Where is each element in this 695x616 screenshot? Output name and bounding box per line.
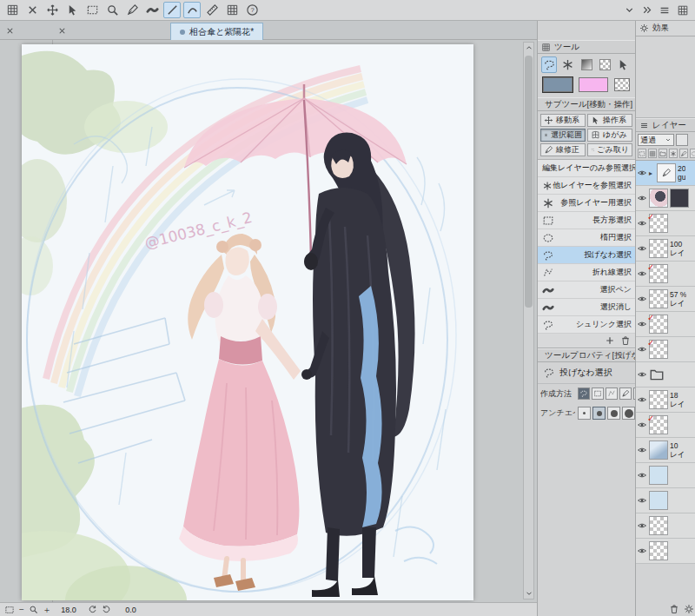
- tool-panel-header[interactable]: ツール: [538, 40, 635, 54]
- snap-ruler-icon[interactable]: [163, 2, 181, 18]
- lasso-tool-icon[interactable]: [541, 56, 557, 73]
- eye-icon[interactable]: [637, 294, 647, 304]
- layer-thumbnail[interactable]: [649, 189, 668, 208]
- eye-icon[interactable]: [637, 168, 647, 178]
- primary-color-swatch[interactable]: [543, 77, 573, 92]
- clip-layer-icon[interactable]: [659, 149, 667, 158]
- expand-dock-icon[interactable]: [641, 4, 652, 16]
- layer-row[interactable]: ▸20gu: [636, 161, 695, 186]
- subtool-category-button[interactable]: ごみ取り: [587, 143, 632, 156]
- layer-thumbnail[interactable]: [649, 440, 668, 460]
- scroll-up-icon[interactable]: [524, 43, 533, 53]
- layer-row[interactable]: ✓: [636, 211, 695, 236]
- subtool-item[interactable]: 投げなわ選択: [538, 247, 635, 264]
- layer-thumbnail[interactable]: [649, 491, 668, 510]
- layer-thumbnail[interactable]: [657, 163, 676, 182]
- subtool-category-button[interactable]: 操作系: [587, 114, 632, 127]
- subtool-item[interactable]: 他レイヤーを参照選択: [538, 177, 635, 195]
- layer-row[interactable]: [636, 539, 695, 564]
- close-view-icon[interactable]: [56, 24, 68, 36]
- subtool-category-button[interactable]: 線修正: [540, 143, 586, 156]
- scroll-down-icon[interactable]: [524, 588, 533, 599]
- pan-icon[interactable]: [43, 2, 61, 18]
- layer-mask-icon[interactable]: [690, 149, 695, 158]
- rotation-value[interactable]: 0.0: [116, 606, 136, 614]
- layer-row[interactable]: 18レイ: [636, 387, 695, 413]
- layer-row[interactable]: [636, 463, 695, 488]
- layer-row[interactable]: [636, 362, 695, 387]
- subtool-item[interactable]: 参照レイヤー用選択: [538, 195, 635, 212]
- lock-layer-icon[interactable]: [638, 149, 646, 158]
- close-dock-icon[interactable]: [3, 24, 16, 36]
- workspace-menu-icon[interactable]: [659, 4, 671, 17]
- layer-thumbnail[interactable]: [649, 516, 668, 535]
- add-subtool-icon[interactable]: [605, 335, 615, 346]
- vertical-scrollbar[interactable]: [523, 42, 534, 599]
- operation-icon[interactable]: [63, 2, 81, 18]
- help-icon[interactable]: [243, 2, 261, 18]
- brush-icon[interactable]: [143, 2, 161, 18]
- eye-icon[interactable]: [637, 520, 647, 531]
- subtool-panel-header[interactable]: サブツール[移動・操作]: [538, 97, 635, 111]
- ruler-icon[interactable]: [203, 2, 221, 18]
- layer-panel-header[interactable]: レイヤー: [636, 118, 695, 132]
- tool-property-header[interactable]: ツールプロパティ[投げな: [538, 348, 635, 362]
- eye-icon[interactable]: [637, 319, 647, 329]
- layer-row[interactable]: 100レイ: [636, 236, 695, 262]
- antialias-level-button[interactable]: [578, 407, 591, 420]
- gradient-tool-icon[interactable]: [579, 56, 594, 73]
- palette-dock-icon[interactable]: [677, 4, 689, 17]
- canvas-page[interactable]: @10038_c_k_2: [22, 44, 473, 600]
- eye-icon[interactable]: [637, 193, 647, 203]
- collapse-chevron-icon[interactable]: [624, 4, 635, 16]
- tone-tool-icon[interactable]: [597, 56, 612, 73]
- eye-icon[interactable]: [637, 495, 647, 506]
- layer-settings-icon[interactable]: [684, 604, 694, 614]
- snap-special-icon[interactable]: [183, 2, 201, 18]
- eye-icon[interactable]: [637, 218, 647, 229]
- antialias-level-button[interactable]: [622, 407, 635, 420]
- menu-icon[interactable]: [3, 2, 21, 18]
- opacity-field[interactable]: [676, 134, 688, 146]
- material-icon[interactable]: [223, 2, 241, 18]
- zoom-tool-icon[interactable]: [29, 605, 38, 614]
- close-icon[interactable]: [23, 2, 41, 18]
- method-poly-button[interactable]: [606, 387, 618, 400]
- rotate-ccw-icon[interactable]: [88, 605, 97, 614]
- eye-icon[interactable]: [637, 369, 647, 380]
- eye-icon[interactable]: [637, 420, 647, 430]
- layer-row[interactable]: 10レイ: [636, 438, 695, 463]
- layer-row[interactable]: [636, 186, 695, 211]
- rotate-cw-icon[interactable]: [102, 605, 111, 614]
- layer-row[interactable]: 57 %レイ: [636, 287, 695, 312]
- layer-thumbnail[interactable]: [649, 390, 668, 409]
- layer-row[interactable]: ✓: [636, 312, 695, 337]
- pen-icon[interactable]: [123, 2, 141, 18]
- marquee-icon[interactable]: [83, 2, 101, 18]
- subtool-item[interactable]: 長方形選択: [538, 212, 635, 229]
- layer-thumbnail[interactable]: [649, 466, 668, 485]
- eye-icon[interactable]: [637, 470, 647, 480]
- subtool-item[interactable]: 折れ線選択: [538, 264, 635, 282]
- subtool-item[interactable]: 選択消し: [538, 299, 635, 316]
- layer-row[interactable]: [636, 488, 695, 513]
- eye-icon[interactable]: [637, 546, 647, 556]
- transparent-color-swatch[interactable]: [614, 78, 630, 91]
- delete-subtool-icon[interactable]: [620, 335, 631, 346]
- layer-thumbnail[interactable]: [649, 289, 668, 308]
- layer-row[interactable]: ✓: [636, 413, 695, 438]
- zoom-in-button[interactable]: ＋: [43, 606, 51, 614]
- method-lasso-button[interactable]: [578, 387, 590, 400]
- subtool-item[interactable]: シュリンク選択: [538, 316, 635, 334]
- expander-icon[interactable]: ▸: [649, 169, 655, 177]
- eye-icon[interactable]: [637, 243, 647, 254]
- layer-thumbnail[interactable]: [649, 541, 668, 560]
- subtool-category-button[interactable]: 移動系: [540, 114, 586, 127]
- subtool-category-button[interactable]: ゆがみ: [587, 129, 632, 142]
- eye-icon[interactable]: [637, 268, 647, 279]
- layer-thumbnail[interactable]: [649, 239, 668, 258]
- eye-icon[interactable]: [637, 394, 647, 405]
- subtool-category-button[interactable]: 選択範囲: [540, 129, 586, 142]
- eye-icon[interactable]: [637, 344, 647, 354]
- subtool-item[interactable]: 選択ペン: [538, 282, 635, 299]
